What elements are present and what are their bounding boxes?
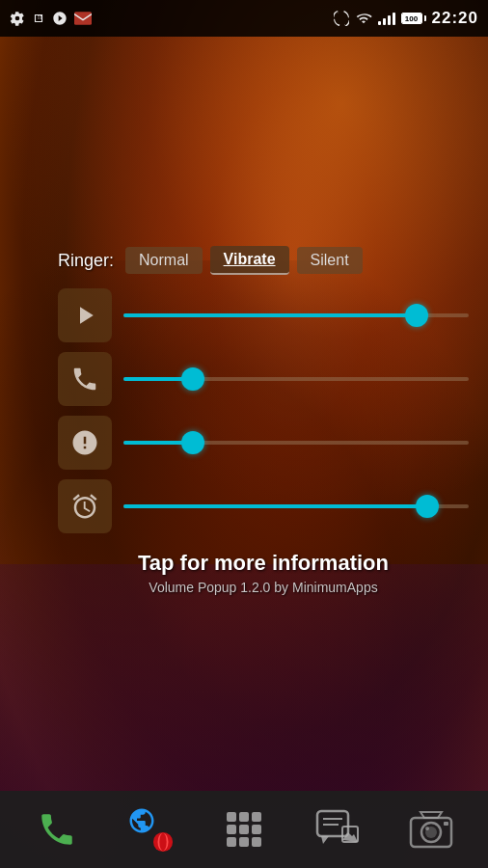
svg-point-3 <box>159 833 166 851</box>
notification-icon <box>70 428 99 457</box>
alarm-slider-track <box>123 504 469 508</box>
dock-item-messages[interactable] <box>304 800 371 858</box>
grid-dot <box>239 825 249 834</box>
info-subtitle: Volume Popup 1.2.0 by MinimumApps <box>58 580 469 595</box>
phone-slider-track-container[interactable] <box>123 352 469 406</box>
bottom-dock <box>0 791 488 868</box>
ringer-label: Ringer: <box>58 251 114 271</box>
svg-rect-0 <box>74 12 92 25</box>
messages-svg <box>315 809 360 850</box>
ringer-vibrate-button[interactable]: Vibrate <box>210 246 289 275</box>
status-time: 22:20 <box>432 9 478 28</box>
grid-dot <box>252 837 261 847</box>
media-slider-track <box>123 313 469 317</box>
alarm-icon <box>70 492 99 521</box>
dock-phone-icon <box>34 806 80 853</box>
svg-marker-11 <box>420 812 442 818</box>
dock-camera-icon <box>408 806 454 853</box>
battery-outline: 100 <box>401 13 422 24</box>
dock-item-phone[interactable] <box>23 800 91 858</box>
signal-bar-1 <box>378 21 381 25</box>
signal-bar-2 <box>383 18 386 25</box>
battery-number: 100 <box>405 14 418 23</box>
media-slider-icon-box[interactable] <box>58 288 112 342</box>
media-slider-thumb[interactable] <box>405 304 428 327</box>
svg-rect-15 <box>444 822 448 826</box>
opera-icon <box>152 831 174 853</box>
wifi-icon <box>355 11 372 26</box>
grid-dot <box>239 837 249 847</box>
alarm-slider-thumb[interactable] <box>416 495 439 518</box>
grid-dot <box>252 825 261 834</box>
gmail-icon <box>74 12 92 25</box>
info-title: Tap for more information <box>58 551 469 576</box>
dock-messages-icon <box>314 806 361 853</box>
usb-icon <box>32 11 45 26</box>
battery-indicator: 100 <box>401 13 426 24</box>
phone-slider-track <box>123 377 469 381</box>
media-slider-track-container[interactable] <box>123 288 469 342</box>
media-slider-row <box>58 288 469 342</box>
alarm-slider-icon-box[interactable] <box>58 479 112 533</box>
ringer-normal-button[interactable]: Normal <box>125 247 203 274</box>
media-icon <box>52 11 68 26</box>
svg-marker-9 <box>342 832 358 842</box>
dock-item-apps[interactable] <box>210 800 278 858</box>
dock-apps-icon <box>221 806 267 853</box>
signal-bar-3 <box>388 15 391 25</box>
ringer-silent-button[interactable]: Silent <box>297 247 363 274</box>
dock-browser-icon <box>127 806 174 853</box>
info-text-section[interactable]: Tap for more information Volume Popup 1.… <box>58 551 469 595</box>
settings-icon <box>10 11 25 26</box>
play-icon <box>70 301 99 330</box>
ringer-row: Ringer: Normal Vibrate Silent <box>58 246 469 275</box>
signal-bar-4 <box>393 13 395 25</box>
apps-grid <box>227 812 261 847</box>
grid-dot <box>227 812 236 822</box>
phone-icon <box>70 365 99 393</box>
notification-slider-track-container[interactable] <box>123 416 469 470</box>
phone-slider-row <box>58 352 469 406</box>
notification-slider-thumb[interactable] <box>181 431 204 454</box>
grid-dot <box>239 812 249 822</box>
status-right-icons: 100 22:20 <box>334 9 478 28</box>
volume-popup: Ringer: Normal Vibrate Silent <box>58 246 469 595</box>
notification-slider-track <box>123 441 469 445</box>
notification-slider-row <box>58 416 469 470</box>
svg-marker-5 <box>321 836 329 844</box>
phone-dock-svg <box>37 809 77 850</box>
svg-point-14 <box>425 827 429 830</box>
grid-dot <box>252 812 261 822</box>
alarm-slider-track-container[interactable] <box>123 479 469 533</box>
media-slider-fill <box>123 313 417 317</box>
grid-dot <box>227 837 236 847</box>
signal-bars <box>378 12 395 25</box>
status-bar: 100 22:20 <box>0 0 488 37</box>
camera-svg <box>409 810 453 849</box>
status-left-icons <box>10 11 92 26</box>
screen-rotation-icon <box>334 11 349 26</box>
alarm-slider-row <box>58 479 469 533</box>
phone-slider-icon-box[interactable] <box>58 352 112 406</box>
grid-dot <box>227 825 236 834</box>
phone-slider-thumb[interactable] <box>181 367 204 391</box>
notification-slider-icon-box[interactable] <box>58 416 112 470</box>
alarm-slider-fill <box>123 504 427 508</box>
dock-item-browser[interactable] <box>117 800 184 858</box>
battery-tip <box>424 15 426 21</box>
dock-item-camera[interactable] <box>397 800 465 858</box>
